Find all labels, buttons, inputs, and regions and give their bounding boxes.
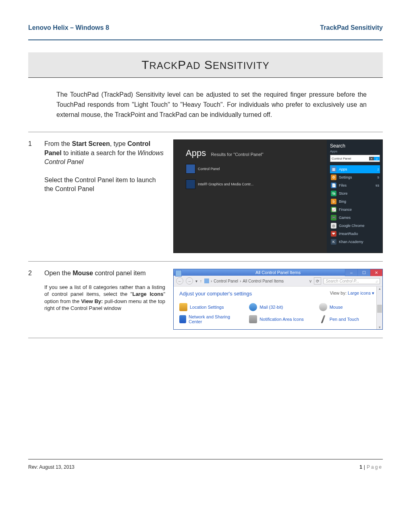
search-scope-bing[interactable]: b Bing	[330, 197, 380, 206]
step-number-2: 2	[28, 269, 36, 330]
search-scope-chrome[interactable]: ◎ Google Chrome	[330, 222, 380, 230]
search-pane-title: Search	[330, 143, 380, 149]
mail-icon	[249, 303, 257, 311]
step-number-1: 1	[28, 139, 36, 253]
section-divider-1	[28, 132, 383, 132]
khan-scope-icon: K	[331, 239, 336, 245]
header-left: Lenovo Helix – Windows 8	[28, 24, 109, 31]
window-system-icon[interactable]	[175, 270, 182, 276]
apps-heading: Apps	[186, 148, 206, 158]
breadcrumb[interactable]: › Control Panel › All Control Panel Item…	[204, 278, 307, 283]
pen-icon	[321, 315, 325, 323]
mouse-icon	[319, 303, 327, 311]
search-scope-apps[interactable]: ▦ Apps 2	[330, 165, 380, 173]
back-button[interactable]: ←	[176, 277, 183, 285]
search-scope-iheartradio[interactable]: ❤ iHeartRadio	[330, 230, 380, 238]
figure-start-screen-search: Apps Results for "Control Panel" Control…	[173, 139, 383, 253]
location-icon	[179, 303, 187, 311]
search-scope-games[interactable]: 🎮 Games	[330, 214, 380, 222]
intro-paragraph: The TouchPad (TrackPad) Sensitivity leve…	[56, 90, 367, 120]
header-divider	[28, 39, 383, 40]
page-title: TRACKPAD SENSITIVITY	[28, 52, 383, 77]
view-by-dropdown[interactable]: Large icons ▾	[348, 291, 374, 295]
search-result-control-panel[interactable]: Control Panel	[186, 164, 327, 174]
item-pen-touch[interactable]: Pen and Touch	[319, 314, 377, 324]
scroll-up-icon[interactable]: ▴	[379, 287, 381, 291]
control-panel-search-input[interactable]: Search Control P... ⌕	[324, 278, 380, 284]
dropdown-icon[interactable]: ▾	[195, 279, 197, 283]
search-scope-settings[interactable]: ⚙ Settings 5	[330, 173, 380, 181]
item-network-sharing[interactable]: Network and Sharing Center	[179, 314, 237, 324]
apps-subheading: Results for "Control Panel"	[211, 152, 264, 157]
item-mail[interactable]: Mail (32-bit)	[249, 303, 307, 311]
search-scope-store[interactable]: 🛍 Store	[330, 189, 380, 197]
item-mouse[interactable]: Mouse	[319, 303, 377, 311]
scrollbar[interactable]: ▴ ▾	[376, 287, 382, 329]
chrome-scope-icon: ◎	[331, 223, 336, 229]
close-button[interactable]: ✕	[370, 269, 382, 276]
footer-revision: Rev: August 13, 2013	[28, 464, 75, 470]
network-icon	[179, 315, 186, 323]
search-context-label: Apps	[330, 150, 380, 153]
window-title: All Control Panel Items	[255, 270, 301, 275]
scrollbar-thumb[interactable]	[377, 305, 382, 313]
search-scope-files[interactable]: 📄 Files 93	[330, 181, 380, 189]
files-scope-icon: 📄	[331, 183, 336, 188]
finance-scope-icon: 📈	[331, 207, 336, 212]
step-2-text: Open the Mouse control panel item If you…	[44, 269, 165, 330]
refresh-button[interactable]: ⟳	[314, 277, 321, 285]
store-scope-icon: 🛍	[331, 191, 336, 196]
scroll-down-icon[interactable]: ▾	[379, 325, 381, 329]
maximize-button[interactable]: ☐	[357, 269, 370, 276]
notification-icon	[249, 315, 257, 323]
item-notification-area[interactable]: Notification Area Icons	[249, 314, 307, 324]
clear-search-icon[interactable]: ×	[369, 157, 374, 160]
section-divider-2	[28, 261, 383, 262]
games-scope-icon: 🎮	[331, 215, 336, 220]
minimize-button[interactable]: –	[345, 269, 357, 276]
address-dropdown-icon[interactable]: v	[309, 279, 311, 283]
apps-scope-icon: ▦	[331, 166, 336, 172]
adjust-settings-heading: Adjust your computer's settings	[179, 291, 252, 297]
control-panel-icon	[186, 164, 195, 174]
footer-page: 1|Page	[359, 464, 383, 470]
section-divider-3	[28, 338, 383, 338]
intel-graphics-icon	[186, 179, 195, 189]
search-scope-finance[interactable]: 📈 Finance	[330, 206, 380, 214]
title-divider	[28, 77, 383, 78]
footer-divider	[28, 459, 383, 459]
control-panel-breadcrumb-icon	[204, 278, 209, 283]
view-by-label: View by:	[330, 291, 347, 295]
search-scope-khan[interactable]: K Khan Academy	[330, 238, 380, 246]
up-button[interactable]: ↑	[200, 279, 202, 283]
search-result-intel-graphics[interactable]: Intel® Graphics and Media Contr...	[186, 179, 327, 189]
iheartradio-scope-icon: ❤	[331, 231, 336, 237]
figure-control-panel-window: All Control Panel Items – ☐ ✕ ← → ▾ ↑	[173, 269, 383, 330]
item-location-settings[interactable]: Location Settings	[179, 303, 237, 311]
bing-scope-icon: b	[331, 199, 336, 204]
search-input[interactable]: Control Panel × ⌕	[330, 155, 380, 162]
search-icon[interactable]: ⌕	[374, 157, 380, 160]
settings-scope-icon: ⚙	[331, 175, 336, 180]
forward-button[interactable]: →	[186, 277, 193, 285]
header-right: TrackPad Sensitivity	[320, 24, 383, 31]
step-1-text: From the Start Screen, type Control Pane…	[44, 139, 165, 253]
search-icon: ⌕	[376, 279, 378, 283]
